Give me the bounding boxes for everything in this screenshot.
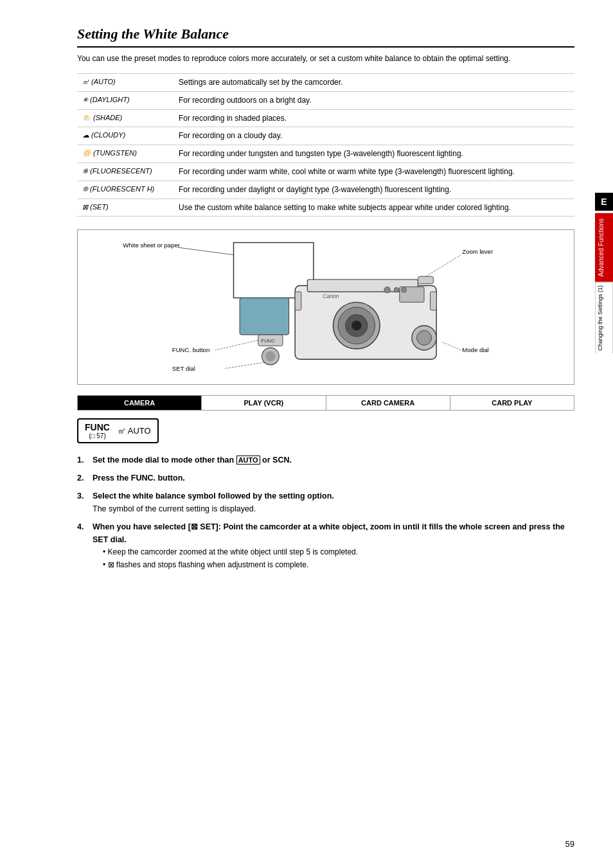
mode-card-camera: CARD CAMERA bbox=[326, 396, 450, 410]
description-cell: For recording under tungsten and tungste… bbox=[173, 145, 574, 163]
page-title: Setting the White Balance bbox=[77, 26, 574, 48]
symbol-cell: ⊠ (SET) bbox=[77, 199, 173, 217]
svg-line-15 bbox=[443, 342, 461, 350]
step-1: 1. Set the mode dial to mode other than … bbox=[77, 454, 574, 466]
description-cell: For recording in shaded places. bbox=[173, 109, 574, 127]
mode-bar: CAMERA PLAY (VCR) CARD CAMERA CARD PLAY bbox=[77, 395, 574, 411]
table-row: ㎡ (AUTO)Settings are automatically set b… bbox=[77, 74, 574, 92]
step-2-num: 2. bbox=[77, 472, 87, 484]
step-3: 3. Select the white balance symbol follo… bbox=[77, 490, 574, 515]
step-4: 4. When you have selected [⊠ SET]: Point… bbox=[77, 520, 574, 572]
step-4-sub: • Keep the camcorder zoomed at the white… bbox=[93, 546, 574, 571]
step-2-content: Press the FUNC. button. bbox=[93, 472, 574, 484]
step-1-num: 1. bbox=[77, 454, 87, 466]
page-container: E Advanced Functions Changing the Settin… bbox=[0, 0, 613, 868]
svg-line-10 bbox=[426, 255, 461, 276]
symbol-cell: ※ (FLUORESECENT) bbox=[77, 163, 173, 181]
settings-table: ㎡ (AUTO)Settings are automatically set b… bbox=[77, 73, 574, 217]
svg-text:SET dial: SET dial bbox=[172, 365, 195, 372]
symbol-cell: ✳ (DAYLIGHT) bbox=[77, 91, 173, 109]
svg-rect-30 bbox=[295, 292, 301, 310]
table-row: ☁ (CLOUDY)For recording on a cloudy day. bbox=[77, 127, 574, 145]
table-row: ✳ (DAYLIGHT)For recording outdoors on a … bbox=[77, 91, 574, 109]
side-label-main: Advanced Functions bbox=[595, 213, 613, 282]
svg-line-25 bbox=[224, 362, 264, 369]
description-cell: For recording on a cloudy day. bbox=[173, 127, 574, 145]
step-2: 2. Press the FUNC. button. bbox=[77, 472, 574, 484]
svg-text:FUNC: FUNC bbox=[262, 338, 276, 344]
func-inner: FUNC (□ 57) bbox=[85, 422, 110, 439]
camera-diagram: White sheet or paper Zoom lever bbox=[84, 236, 567, 378]
step-3-sub: The symbol of the current setting is dis… bbox=[93, 504, 256, 513]
svg-text:Mode dial: Mode dial bbox=[462, 346, 488, 353]
step-1-content: Set the mode dial to mode other than AUT… bbox=[93, 454, 574, 466]
func-label: FUNC bbox=[85, 422, 110, 432]
svg-rect-9 bbox=[418, 277, 433, 284]
description-cell: Settings are automatically set by the ca… bbox=[173, 74, 574, 92]
table-row: 🔆 (TUNGSTEN)For recording under tungsten… bbox=[77, 145, 574, 163]
symbol-cell: ⛅ (SHADE) bbox=[77, 109, 173, 127]
svg-point-7 bbox=[351, 321, 361, 330]
table-row: ⊠ (SET)Use the custom white balance sett… bbox=[77, 199, 574, 217]
description-cell: Use the custom white balance setting to … bbox=[173, 199, 574, 217]
svg-point-28 bbox=[394, 288, 399, 293]
symbol-cell: ☁ (CLOUDY) bbox=[77, 127, 173, 145]
mode-card-play: CARD PLAY bbox=[450, 396, 574, 410]
func-sub: (□ 57) bbox=[89, 432, 106, 439]
svg-point-14 bbox=[417, 331, 432, 346]
side-tab: E Advanced Functions Changing the Settin… bbox=[595, 193, 613, 353]
diagram-container: White sheet or paper Zoom lever bbox=[77, 229, 574, 385]
svg-text:FUNC. button: FUNC. button bbox=[172, 346, 209, 353]
step-3-content: Select the white balance symbol followed… bbox=[93, 490, 574, 515]
svg-point-29 bbox=[402, 288, 407, 293]
svg-rect-17 bbox=[240, 298, 289, 335]
step-4-num: 4. bbox=[77, 520, 87, 572]
svg-text:White sheet or paper: White sheet or paper bbox=[123, 242, 180, 249]
func-box: FUNC (□ 57) ㎡ AUTO bbox=[77, 418, 159, 443]
step-4-bullet-2: • ⊠ flashes and stops flashing when adju… bbox=[103, 559, 574, 571]
symbol-cell: ❊ (FLUORESCENT H) bbox=[77, 181, 173, 199]
symbol-cell: ㎡ (AUTO) bbox=[77, 74, 173, 92]
step-3-num: 3. bbox=[77, 490, 87, 515]
description-cell: For recording under warm white, cool whi… bbox=[173, 163, 574, 181]
table-row: ❊ (FLUORESCENT H)For recording under day… bbox=[77, 181, 574, 199]
steps: 1. Set the mode dial to mode other than … bbox=[77, 454, 574, 572]
camera-svg: White sheet or paper Zoom lever bbox=[84, 236, 567, 378]
description-cell: For recording under daylight or daylight… bbox=[173, 181, 574, 199]
table-row: ⛅ (SHADE)For recording in shaded places. bbox=[77, 109, 574, 127]
step-4-bullet-1: • Keep the camcorder zoomed at the white… bbox=[103, 546, 574, 558]
page-number: 59 bbox=[565, 839, 574, 849]
symbol-cell: 🔆 (TUNGSTEN) bbox=[77, 145, 173, 163]
svg-text:Canon: Canon bbox=[323, 293, 339, 299]
svg-point-24 bbox=[265, 351, 275, 361]
table-row: ※ (FLUORESECENT)For recording under warm… bbox=[77, 163, 574, 181]
svg-line-21 bbox=[215, 341, 258, 350]
description-cell: For recording outdoors on a bright day. bbox=[173, 91, 574, 109]
mode-camera: CAMERA bbox=[78, 396, 202, 410]
svg-line-1 bbox=[178, 248, 233, 255]
step-4-content: When you have selected [⊠ SET]: Point th… bbox=[93, 520, 574, 572]
func-setting-icon: ㎡ AUTO bbox=[118, 425, 151, 437]
side-label-sub: Changing the Settings (1) bbox=[595, 282, 613, 353]
mode-play-vcr: PLAY (VCR) bbox=[202, 396, 326, 410]
svg-rect-31 bbox=[431, 292, 437, 310]
intro-text: You can use the preset modes to reproduc… bbox=[77, 53, 574, 64]
svg-point-27 bbox=[384, 287, 391, 294]
svg-text:Zoom lever: Zoom lever bbox=[462, 248, 493, 255]
e-badge: E bbox=[595, 193, 613, 211]
